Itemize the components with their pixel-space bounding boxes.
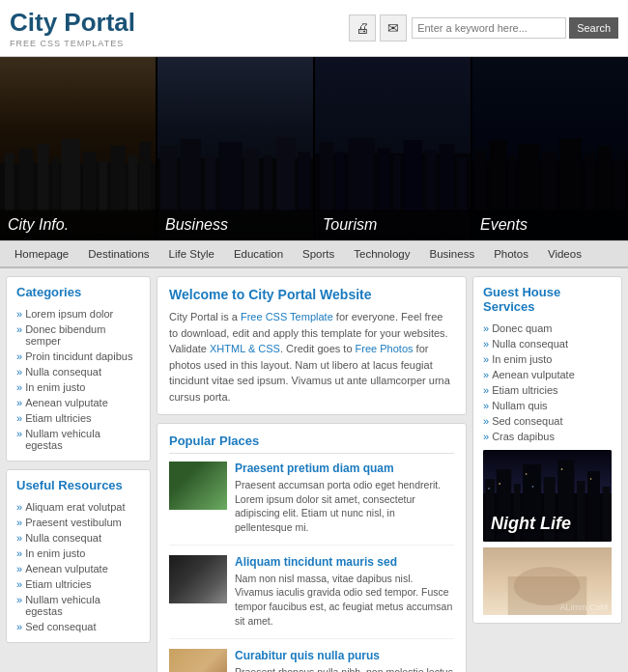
list-item[interactable]: Aenean vulputate <box>16 395 140 410</box>
logo: City Portal FREE CSS TEMPLATES <box>10 8 135 48</box>
list-item[interactable]: Aliquam erat volutpat <box>16 499 140 515</box>
list-item[interactable]: Donec quam <box>483 321 612 336</box>
place-title-1[interactable]: Praesent pretium diam quam <box>235 462 454 475</box>
svg-rect-14 <box>205 154 216 211</box>
svg-rect-32 <box>490 140 507 211</box>
welcome-box: Welcome to City Portal Website City Port… <box>157 276 467 415</box>
nav-item-technology[interactable]: Technology <box>344 241 419 266</box>
svg-rect-50 <box>603 487 611 542</box>
guest-title: Guest House Services <box>483 285 612 314</box>
list-item[interactable]: Sed consequat <box>483 413 612 429</box>
svg-rect-13 <box>180 139 200 211</box>
nav-item-business[interactable]: Business <box>419 241 484 266</box>
list-item[interactable]: Lorem ipsum dolor <box>16 306 140 322</box>
list-item[interactable]: Nullam quis <box>483 398 612 413</box>
list-item[interactable]: In enim justo <box>483 351 612 367</box>
nav-item-destinations[interactable]: Destinations <box>78 241 158 266</box>
list-item[interactable]: Aenean vulputate <box>16 561 140 576</box>
svg-rect-15 <box>218 142 242 211</box>
place-thumb-1 <box>169 462 227 510</box>
welcome-title: Welcome to City Portal Website <box>169 287 454 302</box>
list-item[interactable]: Proin tincidunt dapibus <box>16 349 140 364</box>
svg-rect-16 <box>244 149 260 211</box>
list-item[interactable]: In enim justo <box>16 546 140 561</box>
svg-rect-49 <box>587 471 600 542</box>
svg-rect-28 <box>440 144 455 211</box>
svg-rect-22 <box>335 152 345 211</box>
list-item[interactable]: Nulla consequat <box>483 336 612 351</box>
list-item[interactable]: Nulla consequat <box>16 364 140 379</box>
list-item[interactable]: Aenean vulputate <box>483 367 612 382</box>
header-icons: 🖨 ✉ <box>349 14 407 42</box>
svg-rect-2 <box>19 149 34 211</box>
nav-item-lifestyle[interactable]: Life Style <box>159 241 224 266</box>
nav-item-videos[interactable]: Videos <box>538 241 591 266</box>
svg-rect-38 <box>598 146 612 211</box>
svg-rect-6 <box>83 152 97 211</box>
svg-point-54 <box>561 468 563 470</box>
search-button[interactable]: Search <box>569 17 618 39</box>
categories-title: Categories <box>16 285 140 299</box>
svg-rect-27 <box>425 150 437 211</box>
svg-point-52 <box>526 473 528 475</box>
night-life-image: Night Life <box>483 450 612 542</box>
place-title-3[interactable]: Curabitur quis nulla purus <box>235 649 454 662</box>
list-item[interactable]: Nullam vehicula egestas <box>16 592 140 619</box>
list-item[interactable]: In enim justo <box>16 379 140 395</box>
hero-panel-tourism[interactable]: Tourism <box>315 57 472 240</box>
svg-rect-5 <box>61 139 80 211</box>
watermark: ALimm.CoM <box>559 602 608 612</box>
list-item[interactable]: Cras dapibus <box>483 429 612 444</box>
svg-rect-25 <box>393 155 401 211</box>
svg-point-51 <box>499 483 500 485</box>
search-box: Search <box>412 17 618 39</box>
email-icon[interactable]: ✉ <box>380 14 407 42</box>
svg-rect-36 <box>559 138 582 211</box>
free-photos-link[interactable]: Free Photos <box>356 343 414 354</box>
svg-rect-1 <box>5 154 14 211</box>
place-text-1: Praesent accumsan porta odio eget hendre… <box>235 478 454 535</box>
svg-rect-18 <box>276 137 296 211</box>
hero-panel-city-info[interactable]: City Info. <box>0 57 157 240</box>
svg-rect-37 <box>585 154 595 211</box>
svg-rect-3 <box>38 144 49 211</box>
print-icon[interactable]: 🖨 <box>349 14 376 42</box>
hero-label-tourism: Tourism <box>315 210 471 240</box>
list-item[interactable]: Donec bibendum semper <box>16 322 140 349</box>
svg-rect-26 <box>404 140 423 211</box>
place-info-2: Aliquam tincidunt mauris sed Nam non nis… <box>235 555 454 629</box>
list-item[interactable]: Nulla consequat <box>16 530 140 546</box>
hero-panel-events[interactable]: Events <box>472 57 628 240</box>
welcome-text: City Portal is a Free CSS Template for e… <box>169 309 454 405</box>
free-css-link[interactable]: Free CSS Template <box>241 311 333 322</box>
categories-box: Categories Lorem ipsum dolor Donec biben… <box>6 276 151 462</box>
hero-panel-business[interactable]: Business <box>157 57 315 240</box>
search-input[interactable] <box>412 17 566 39</box>
place-title-2[interactable]: Aliquam tincidunt mauris sed <box>235 555 454 569</box>
nav-item-photos[interactable]: Photos <box>484 241 538 266</box>
list-item[interactable]: Etiam ultricies <box>16 410 140 426</box>
list-item[interactable]: Etiam ultricies <box>16 576 140 592</box>
list-item[interactable]: Etiam ultricies <box>483 382 612 398</box>
logo-rest: Portal <box>57 8 135 37</box>
svg-rect-29 <box>457 157 467 211</box>
list-item[interactable]: Sed consequat <box>16 619 140 634</box>
svg-rect-21 <box>320 142 334 211</box>
popular-places-box: Popular Places Praesent pretium diam qua… <box>157 423 467 672</box>
svg-rect-35 <box>542 152 557 211</box>
svg-rect-39 <box>614 159 625 211</box>
nav-item-homepage[interactable]: Homepage <box>5 241 78 266</box>
popular-title: Popular Places <box>169 434 454 454</box>
svg-point-55 <box>590 478 592 480</box>
guest-list: Donec quam Nulla consequat In enim justo… <box>483 321 612 444</box>
svg-rect-33 <box>508 155 516 211</box>
resources-list: Aliquam erat volutpat Praesent vestibulu… <box>16 499 140 634</box>
list-item[interactable]: Nullam vehicula egestas <box>16 426 140 453</box>
xhtml-css-link[interactable]: XHTML & CSS <box>210 343 280 354</box>
logo-bold: City <box>10 8 57 37</box>
left-sidebar: Categories Lorem ipsum dolor Donec biben… <box>6 276 151 672</box>
nav-item-sports[interactable]: Sports <box>293 241 344 266</box>
svg-point-53 <box>532 486 534 488</box>
nav-item-education[interactable]: Education <box>224 241 293 266</box>
list-item[interactable]: Praesent vestibulum <box>16 515 140 530</box>
